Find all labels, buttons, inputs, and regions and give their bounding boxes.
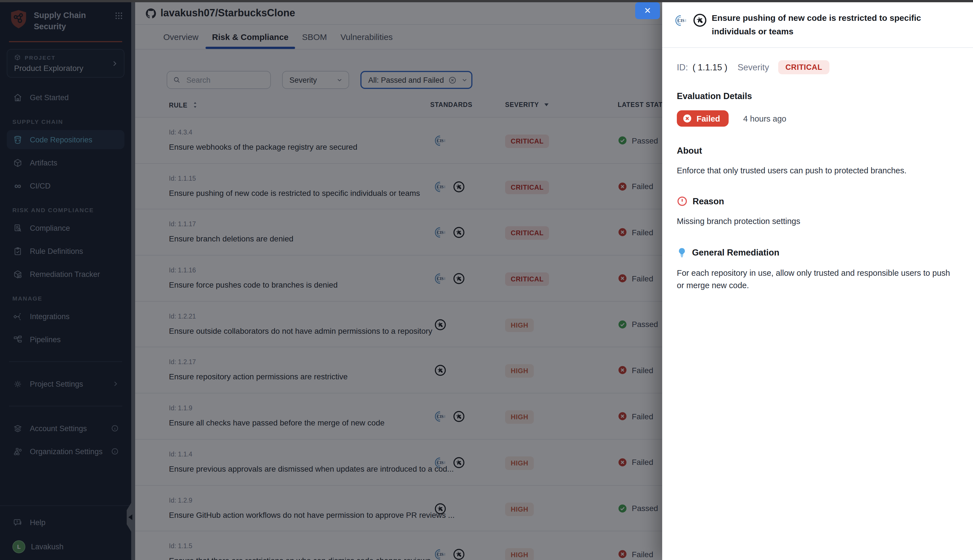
- failed-status-label: Failed: [696, 114, 720, 123]
- failed-status-badge: Failed: [677, 110, 729, 127]
- remediation-text: For each repository in use, allow only t…: [677, 267, 958, 292]
- owasp-standard-icon: [693, 13, 707, 28]
- cis-standard-icon: CIS: [674, 14, 688, 27]
- svg-text:CIS: CIS: [678, 18, 684, 23]
- rule-detail-panel: CIS Ensure pushing of new code is restri…: [662, 2, 973, 560]
- evaluation-section: Evaluation Details Failed 4 hours ago: [677, 91, 958, 127]
- id-value: ( 1.1.15 ): [693, 62, 728, 72]
- about-section: About Enforce that only trusted users ca…: [677, 146, 958, 177]
- evaluated-timestamp: 4 hours ago: [743, 114, 786, 123]
- window-top-strip: [0, 0, 973, 2]
- panel-header: CIS Ensure pushing of new code is restri…: [662, 2, 973, 48]
- panel-id-row: ID: ( 1.1.15 ) Severity CRITICAL: [677, 60, 958, 74]
- severity-label: Severity: [738, 62, 769, 72]
- lightbulb-icon: [677, 247, 687, 258]
- reason-heading: Reason: [693, 197, 724, 207]
- remediation-heading: General Remediation: [692, 248, 779, 258]
- reason-section: Reason Missing branch protection setting…: [677, 196, 958, 228]
- panel-title: Ensure pushing of new code is restricted…: [712, 11, 955, 38]
- severity-badge: CRITICAL: [778, 60, 830, 74]
- evaluation-heading: Evaluation Details: [677, 91, 958, 101]
- alert-circle-icon: [677, 196, 688, 207]
- reason-text: Missing branch protection settings: [677, 215, 958, 228]
- remediation-section: General Remediation For each repository …: [677, 247, 958, 292]
- modal-dim-overlay[interactable]: [0, 0, 662, 560]
- close-panel-button[interactable]: ✕: [635, 2, 660, 19]
- x-circle-icon: [683, 114, 692, 123]
- about-text: Enforce that only trusted users can push…: [677, 164, 958, 177]
- about-heading: About: [677, 146, 958, 156]
- app-window: Supply Chain Security PROJECT Product Ex…: [0, 0, 973, 560]
- id-label: ID:: [677, 62, 688, 72]
